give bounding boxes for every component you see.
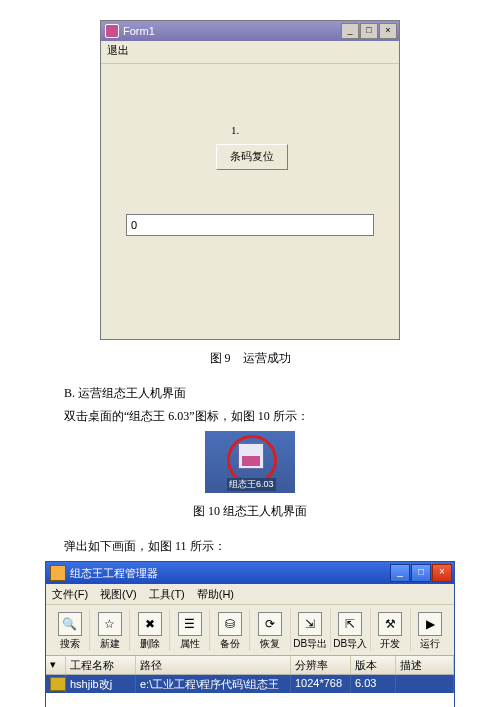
table-row[interactable]: hshjib改j e:\工业工程\程序代码\组态王 1024*768 6.03 <box>46 675 454 693</box>
backup-tool[interactable]: ⛁备份 <box>210 609 250 651</box>
menu-tools[interactable]: 工具(T) <box>149 587 185 602</box>
kingview-desktop-icon[interactable] <box>238 443 264 469</box>
row-desc <box>396 675 454 693</box>
figure9-caption: 图 9 运营成功 <box>40 350 460 367</box>
dbimport-tool[interactable]: ⇱DB导入 <box>331 609 371 651</box>
search-tool-icon: 🔍 <box>58 612 82 636</box>
barcode-input[interactable] <box>126 214 374 236</box>
develop-tool-icon: ⚒ <box>378 612 402 636</box>
run-tool[interactable]: ▶运行 <box>411 609 450 651</box>
pm-titlebar: 组态王工程管理器 _ □ × <box>46 562 454 584</box>
pm-table-header: ▾ 工程名称 路径 分辨率 版本 描述 <box>46 656 454 675</box>
form1-window: Form1 _ □ × 退出 1. 条码复位 <box>100 20 400 340</box>
pm-menubar: 文件(F) 视图(V) 工具(T) 帮助(H) <box>46 584 454 605</box>
pm-close-button[interactable]: × <box>432 564 452 582</box>
menu-help[interactable]: 帮助(H) <box>197 587 234 602</box>
row-path: e:\工业工程\程序代码\组态王 <box>136 675 291 693</box>
col-flag[interactable]: ▾ <box>46 656 66 674</box>
new-tool-icon: ☆ <box>98 612 122 636</box>
delete-tool-icon: ✖ <box>138 612 162 636</box>
barcode-reset-button[interactable]: 条码复位 <box>216 144 288 170</box>
kingview-icon-badge <box>242 456 260 466</box>
develop-tool[interactable]: ⚒开发 <box>371 609 411 651</box>
figure10-leadtext: 双击桌面的“组态王 6.03”图标，如图 10 所示： <box>40 408 460 425</box>
delete-tool-label: 删除 <box>140 637 160 651</box>
run-tool-icon: ▶ <box>418 612 442 636</box>
pm-app-icon <box>50 565 66 581</box>
backup-tool-label: 备份 <box>220 637 240 651</box>
maximize-button[interactable]: □ <box>360 23 378 39</box>
form1-client: 1. 条码复位 <box>101 64 399 339</box>
row-ver: 6.03 <box>351 675 396 693</box>
search-tool[interactable]: 🔍搜索 <box>50 609 90 651</box>
new-tool[interactable]: ☆新建 <box>90 609 130 651</box>
pm-minimize-button[interactable]: _ <box>390 564 410 582</box>
delete-tool[interactable]: ✖删除 <box>130 609 170 651</box>
col-ver[interactable]: 版本 <box>351 656 396 674</box>
form1-menubar: 退出 <box>101 41 399 64</box>
dbexport-tool-label: DB导出 <box>293 637 327 651</box>
app-icon <box>105 24 119 38</box>
properties-tool[interactable]: ☰属性 <box>170 609 210 651</box>
restore-tool-label: 恢复 <box>260 637 280 651</box>
figure10-caption: 图 10 组态王人机界面 <box>40 503 460 520</box>
restore-tool[interactable]: ⟳恢复 <box>250 609 290 651</box>
row-flag-icon <box>46 675 66 693</box>
col-desc[interactable]: 描述 <box>396 656 454 674</box>
section-b-heading: B. 运营组态王人机界面 <box>40 385 460 402</box>
pm-toolbar: 🔍搜索☆新建✖删除☰属性⛁备份⟳恢复⇲DB导出⇱DB导入⚒开发▶运行 <box>46 605 454 656</box>
form1-label: 1. <box>231 124 239 136</box>
menu-exit[interactable]: 退出 <box>107 44 129 56</box>
col-path[interactable]: 路径 <box>136 656 291 674</box>
dbimport-tool-label: DB导入 <box>333 637 367 651</box>
close-button[interactable]: × <box>379 23 397 39</box>
dbimport-tool-icon: ⇱ <box>338 612 362 636</box>
col-res[interactable]: 分辨率 <box>291 656 351 674</box>
form1-titlebar: Form1 _ □ × <box>101 21 399 41</box>
search-tool-label: 搜索 <box>60 637 80 651</box>
restore-tool-icon: ⟳ <box>258 612 282 636</box>
backup-tool-icon: ⛁ <box>218 612 242 636</box>
figure11-leadtext: 弹出如下画面，如图 11 所示： <box>40 538 460 555</box>
dbexport-tool[interactable]: ⇲DB导出 <box>291 609 331 651</box>
menu-view[interactable]: 视图(V) <box>100 587 137 602</box>
pm-maximize-button[interactable]: □ <box>411 564 431 582</box>
properties-tool-icon: ☰ <box>178 612 202 636</box>
desktop-snippet: 组态王6.03 <box>205 431 295 493</box>
menu-file[interactable]: 文件(F) <box>52 587 88 602</box>
pm-table-blank <box>46 693 454 707</box>
desktop-icon-label: 组态王6.03 <box>227 478 276 491</box>
new-tool-label: 新建 <box>100 637 120 651</box>
dbexport-tool-icon: ⇲ <box>298 612 322 636</box>
col-name[interactable]: 工程名称 <box>66 656 136 674</box>
row-res: 1024*768 <box>291 675 351 693</box>
run-tool-label: 运行 <box>420 637 440 651</box>
develop-tool-label: 开发 <box>380 637 400 651</box>
row-name: hshjib改j <box>66 675 136 693</box>
project-manager-window: 组态王工程管理器 _ □ × 文件(F) 视图(V) 工具(T) 帮助(H) 🔍… <box>45 561 455 707</box>
window-title: Form1 <box>123 25 155 37</box>
properties-tool-label: 属性 <box>180 637 200 651</box>
minimize-button[interactable]: _ <box>341 23 359 39</box>
pm-title: 组态王工程管理器 <box>70 566 158 581</box>
